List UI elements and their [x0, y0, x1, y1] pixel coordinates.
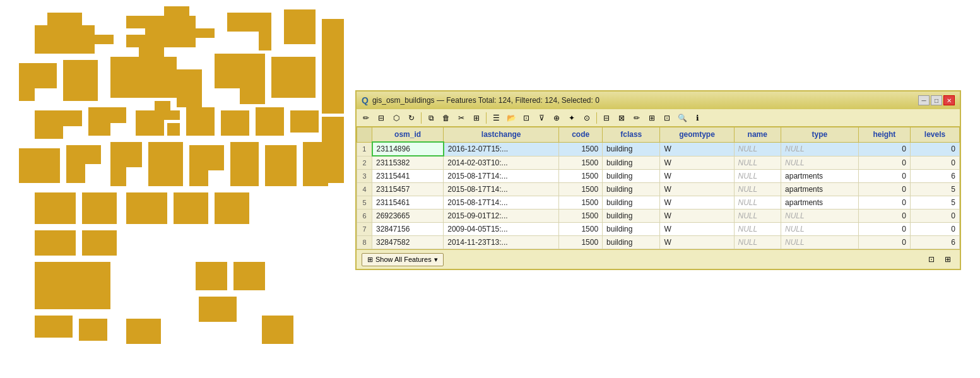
- cell-code: 1500: [559, 223, 603, 236]
- svg-marker-18: [186, 107, 215, 136]
- cell-height: 0: [858, 183, 910, 196]
- attribute-table-container[interactable]: osm_id lastchange code fclass geomtype n…: [357, 127, 960, 249]
- cell-type: NULL: [781, 210, 859, 223]
- svg-marker-19: [221, 110, 249, 136]
- cell-levels: 5: [911, 183, 960, 196]
- open-button[interactable]: 📂: [504, 111, 518, 125]
- cell-height: 0: [858, 223, 910, 236]
- copy2-button[interactable]: ⊟: [599, 111, 613, 125]
- cell-osm-id[interactable]: 23115461: [372, 196, 444, 210]
- save-edits-button[interactable]: ⊟: [374, 111, 388, 125]
- edit2-button[interactable]: ✏: [630, 111, 644, 125]
- cell-name: NULL: [734, 223, 781, 236]
- cell-name: NULL: [734, 210, 781, 223]
- cell-name: NULL: [734, 170, 781, 183]
- cell-name: NULL: [734, 196, 781, 210]
- row-number: 6: [357, 210, 372, 223]
- filter-button[interactable]: ⊽: [534, 111, 548, 125]
- svg-marker-27: [148, 142, 183, 186]
- cell-height: 0: [858, 210, 910, 223]
- reload-button[interactable]: ↻: [404, 111, 418, 125]
- new-feature-button[interactable]: ☰: [489, 111, 503, 125]
- cut-button[interactable]: ✂: [454, 111, 468, 125]
- bookmark-button[interactable]: ✦: [565, 111, 579, 125]
- svg-marker-29: [230, 142, 259, 186]
- svg-marker-24: [19, 148, 60, 183]
- cell-geomtype: W: [660, 170, 734, 183]
- cell-fclass: building: [603, 236, 660, 249]
- draw-polygon-button[interactable]: ⬡: [389, 111, 403, 125]
- table-row: 6269236652015-09-01T12:...1500buildingWN…: [357, 210, 960, 223]
- qgis-icon: Q: [362, 95, 369, 105]
- cell-code: 1500: [559, 210, 603, 223]
- table-view-button[interactable]: ⊞: [645, 111, 659, 125]
- toolbar-separator-3: [596, 112, 597, 124]
- dropdown-icon: ▾: [434, 256, 438, 264]
- cell-height: 0: [858, 156, 910, 170]
- show-all-features-button[interactable]: ⊞ Show All Features ▾: [362, 253, 444, 266]
- svg-marker-23: [167, 123, 180, 136]
- cell-type: NULL: [781, 236, 859, 249]
- cell-osm-id[interactable]: 32847156: [372, 223, 444, 236]
- cell-osm-id[interactable]: 23114896: [372, 142, 444, 156]
- row-number: 4: [357, 183, 372, 196]
- col-name[interactable]: name: [734, 127, 781, 143]
- cell-height: 0: [858, 170, 910, 183]
- cell-levels: 5: [911, 196, 960, 210]
- cell-geomtype: W: [660, 142, 734, 156]
- cell-osm-id[interactable]: 32847582: [372, 236, 444, 249]
- table-toolbar: ✏ ⊟ ⬡ ↻ ⧉ 🗑 ✂ ⊞ ☰ 📂 ⊡ ⊽ ⊕ ✦ ⊙ ⊟ ⊠ ✏ ⊞ ⊡ …: [357, 109, 960, 127]
- table-icon: ⊞: [367, 256, 373, 264]
- minimize-button[interactable]: ─: [918, 95, 930, 105]
- copy-button[interactable]: ⧉: [424, 111, 438, 125]
- cell-name: NULL: [734, 156, 781, 170]
- cell-type: NULL: [781, 142, 859, 156]
- cell-osm-id[interactable]: 26923665: [372, 210, 444, 223]
- col-lastchange[interactable]: lastchange: [444, 127, 559, 143]
- select-all-button[interactable]: ⊡: [519, 111, 533, 125]
- close-button[interactable]: ✕: [943, 95, 955, 105]
- cell-lastchange: 2014-11-23T13:...: [444, 236, 559, 249]
- search-button[interactable]: ⊕: [550, 111, 564, 125]
- cell-osm-id[interactable]: 23115457: [372, 183, 444, 196]
- cell-fclass: building: [603, 183, 660, 196]
- paste2-button[interactable]: ⊠: [615, 111, 629, 125]
- col-levels[interactable]: levels: [911, 127, 960, 143]
- expand-button[interactable]: ⊡: [924, 252, 938, 266]
- cell-geomtype: W: [660, 210, 734, 223]
- col-geomtype[interactable]: geomtype: [660, 127, 734, 143]
- cell-levels: 6: [911, 170, 960, 183]
- cell-osm-id[interactable]: 23115382: [372, 156, 444, 170]
- col-code[interactable]: code: [559, 127, 603, 143]
- cell-type: apartments: [781, 183, 859, 196]
- cell-osm-id[interactable]: 23115441: [372, 170, 444, 183]
- form-view-button[interactable]: ⊡: [660, 111, 674, 125]
- cell-lastchange: 2015-08-17T14:...: [444, 196, 559, 210]
- table-layout-button[interactable]: ⊞: [941, 252, 955, 266]
- col-height[interactable]: height: [858, 127, 910, 143]
- delete-button[interactable]: 🗑: [439, 111, 453, 125]
- info-button[interactable]: ℹ: [690, 111, 704, 125]
- svg-marker-32: [322, 117, 344, 183]
- svg-marker-30: [265, 145, 297, 186]
- zoom-button[interactable]: ⊙: [580, 111, 594, 125]
- toggle-edit-button[interactable]: ✏: [359, 111, 373, 125]
- attribute-table: osm_id lastchange code fclass geomtype n…: [357, 127, 960, 249]
- restore-button[interactable]: □: [931, 95, 942, 105]
- cell-fclass: building: [603, 170, 660, 183]
- cell-name: NULL: [734, 183, 781, 196]
- cell-height: 0: [858, 142, 910, 156]
- col-osm_id[interactable]: osm_id: [372, 127, 444, 143]
- paste-button[interactable]: ⊞: [469, 111, 483, 125]
- cell-fclass: building: [603, 196, 660, 210]
- col-fclass[interactable]: fclass: [603, 127, 660, 143]
- cell-fclass: building: [603, 223, 660, 236]
- svg-marker-35: [35, 230, 76, 256]
- svg-marker-22: [142, 123, 161, 136]
- zoom2-button[interactable]: 🔍: [675, 111, 689, 125]
- cell-lastchange: 2015-08-17T14:...: [444, 183, 559, 196]
- table-row: 2231153822014-02-03T10:...1500buildingWN…: [357, 156, 960, 170]
- window-controls: ─ □ ✕: [918, 95, 955, 105]
- row-number: 1: [357, 142, 372, 156]
- col-type[interactable]: type: [781, 127, 859, 143]
